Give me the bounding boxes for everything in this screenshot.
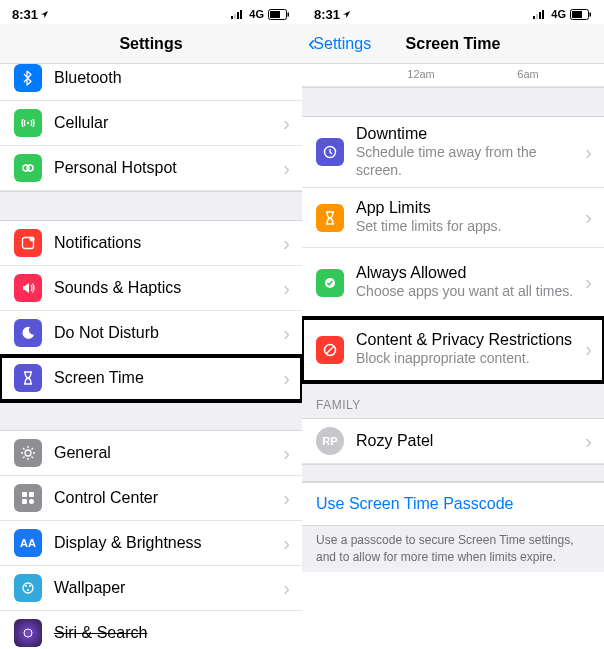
svg-point-11 (30, 237, 35, 242)
row-content-privacy[interactable]: Content & Privacy RestrictionsBlock inap… (302, 318, 604, 382)
family-member-name: Rozy Patel (356, 432, 585, 450)
svg-point-17 (23, 583, 33, 593)
location-icon (40, 10, 49, 19)
chevron-right-icon: › (283, 112, 290, 135)
hotspot-icon (14, 154, 42, 182)
row-notifications[interactable]: Notifications › (0, 221, 302, 266)
chevron-right-icon: › (283, 367, 290, 390)
svg-rect-15 (22, 499, 27, 504)
avatar: RP (316, 427, 344, 455)
downtime-icon (316, 138, 344, 166)
bluetooth-icon (14, 64, 42, 92)
option-subtitle: Choose apps you want at all times. (356, 283, 585, 301)
chevron-right-icon: › (283, 532, 290, 555)
chevron-right-icon: › (283, 577, 290, 600)
section-header-family: FAMILY (302, 382, 604, 419)
chevron-right-icon: › (283, 442, 290, 465)
chevron-right-icon: › (585, 271, 592, 294)
svg-point-12 (25, 450, 31, 456)
siri-icon (14, 619, 42, 647)
svg-rect-25 (542, 10, 544, 19)
chevron-right-icon: › (283, 232, 290, 255)
row-dnd[interactable]: Do Not Disturb › (0, 311, 302, 356)
section-divider (0, 191, 302, 221)
chevron-right-icon: › (585, 141, 592, 164)
display-icon: AA (14, 529, 42, 557)
row-downtime[interactable]: DowntimeSchedule time away from the scre… (302, 117, 604, 188)
row-alwaysallowed[interactable]: Always AllowedChoose apps you want at al… (302, 248, 604, 318)
row-hotspot[interactable]: Personal Hotspot › (0, 146, 302, 191)
svg-rect-1 (234, 14, 236, 19)
status-carrier: 4G (551, 8, 566, 20)
status-time: 8:31 (314, 7, 340, 22)
hourglass-icon (316, 204, 344, 232)
row-siri[interactable]: Siri & Search (0, 611, 302, 647)
svg-rect-6 (288, 12, 290, 16)
status-bar: 8:31 4G (302, 0, 604, 24)
chevron-right-icon: › (585, 338, 592, 361)
wallpaper-icon (14, 574, 42, 602)
row-family-member[interactable]: RP Rozy Patel › (302, 419, 604, 464)
battery-icon (570, 9, 592, 20)
axis-label: 6am (517, 68, 538, 80)
option-subtitle: Schedule time away from the screen. (356, 144, 585, 179)
row-label: General (54, 444, 283, 462)
row-label: Sounds & Haptics (54, 279, 283, 297)
page-title: Settings (119, 35, 182, 53)
svg-point-19 (29, 585, 31, 587)
row-label: Cellular (54, 114, 283, 132)
signal-icon (231, 9, 245, 19)
battery-icon (268, 9, 290, 20)
row-applimits[interactable]: App LimitsSet time limits for apps. › (302, 188, 604, 248)
back-label: Settings (313, 35, 371, 53)
chevron-right-icon: › (283, 487, 290, 510)
location-icon (342, 10, 351, 19)
hourglass-icon (14, 364, 42, 392)
svg-rect-5 (270, 11, 280, 18)
restriction-icon (316, 336, 344, 364)
svg-point-16 (29, 499, 34, 504)
nav-bar: ‹ Settings Screen Time (302, 24, 604, 64)
sounds-icon (14, 274, 42, 302)
option-title: Always Allowed (356, 264, 585, 282)
use-passcode-button[interactable]: Use Screen Time Passcode (302, 482, 604, 526)
row-sounds[interactable]: Sounds & Haptics › (0, 266, 302, 311)
row-general[interactable]: General › (0, 431, 302, 476)
chevron-right-icon: › (283, 322, 290, 345)
row-label: Personal Hotspot (54, 159, 283, 177)
chart-axis-partial: 12am 6am (302, 64, 604, 87)
row-screentime[interactable]: Screen Time › (0, 356, 302, 401)
option-title: Content & Privacy Restrictions (356, 331, 585, 349)
svg-point-20 (27, 589, 29, 591)
gear-icon (14, 439, 42, 467)
svg-rect-22 (533, 16, 535, 19)
axis-label: 12am (407, 68, 435, 80)
back-button[interactable]: ‹ Settings (308, 33, 371, 55)
section-divider (302, 87, 604, 117)
option-subtitle: Block inappropriate content. (356, 350, 585, 368)
row-cellular[interactable]: Cellular › (0, 101, 302, 146)
row-label: Wallpaper (54, 579, 283, 597)
page-title: Screen Time (406, 35, 501, 53)
chevron-right-icon: › (585, 206, 592, 229)
nav-bar: Settings (0, 24, 302, 64)
svg-rect-2 (237, 12, 239, 19)
screentime-options: DowntimeSchedule time away from the scre… (302, 117, 604, 382)
control-center-icon (14, 484, 42, 512)
row-wallpaper[interactable]: Wallpaper › (0, 566, 302, 611)
row-bluetooth[interactable]: Bluetooth (0, 64, 302, 101)
svg-rect-3 (240, 10, 242, 19)
cellular-icon (14, 109, 42, 137)
row-label: Screen Time (54, 369, 283, 387)
row-controlcenter[interactable]: Control Center › (0, 476, 302, 521)
svg-point-9 (27, 165, 33, 171)
status-time: 8:31 (12, 7, 38, 22)
row-label: Do Not Disturb (54, 324, 283, 342)
svg-point-18 (25, 585, 27, 587)
row-display[interactable]: AA Display & Brightness › (0, 521, 302, 566)
option-title: App Limits (356, 199, 585, 217)
svg-point-21 (24, 629, 32, 637)
option-title: Downtime (356, 125, 585, 143)
check-icon (316, 269, 344, 297)
svg-rect-0 (231, 16, 233, 19)
